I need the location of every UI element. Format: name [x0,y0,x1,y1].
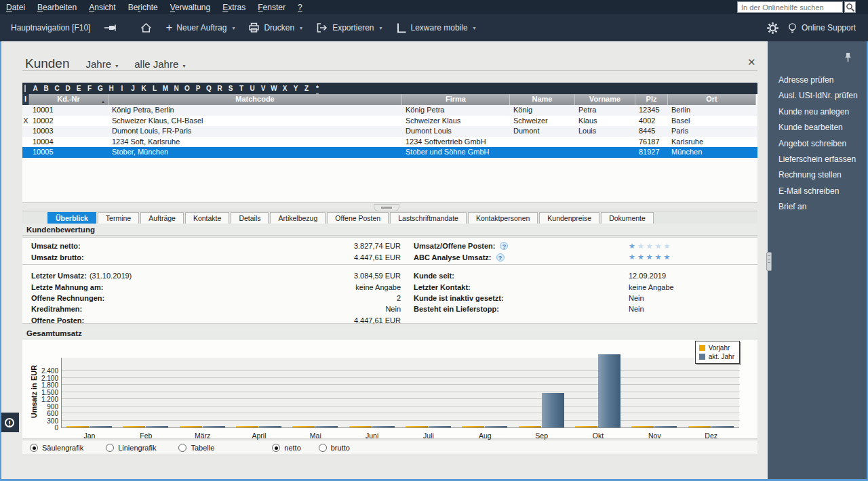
hauptnavigation-button[interactable]: Hauptnavigation [F10] [4,19,97,37]
table-row-10003[interactable]: 10003Dumont Louis, FR-ParisDumont LouisD… [22,126,757,137]
alphabet-letter-D[interactable]: D [62,85,73,92]
tab-lastschriftmandate[interactable]: Lastschriftmandate [390,212,467,224]
jahre-dropdown[interactable]: Jahre ▾ [86,58,119,70]
sidebar-action-ausl-ust-idnr-pr-fen[interactable]: Ausl. USt-IdNr. prüfen [768,88,867,104]
pin-sidebar-button[interactable] [844,52,852,63]
alphabet-letter-U[interactable]: U [247,85,258,92]
alle-jahre-dropdown[interactable]: alle Jahre ▾ [134,58,185,70]
radio-tabelle[interactable]: Tabelle [178,444,214,452]
tab-artikelbezug[interactable]: Artikelbezug [270,212,326,224]
sidebar-action-brief-an[interactable]: Brief an [768,199,867,215]
table-row-10002[interactable]: X10002Schweizer Klaus, CH-BaselSchweizer… [22,116,757,127]
sidebar-splitter-handle[interactable] [766,252,772,271]
tab-offene-posten[interactable]: Offene Posten [327,212,389,224]
cell-flag [22,105,29,116]
radio-liniengrafik[interactable]: Liniengrafik [106,444,156,452]
sidebar-action-lieferschein-erfassen[interactable]: Lieferschein erfassen [768,152,867,167]
alphabet-letter-E[interactable]: E [73,85,84,92]
neuer-auftrag-button[interactable]: + Neuer Auftrag▾ [159,19,241,37]
search-input[interactable] [737,1,843,13]
sidebar-action-e-mail-schreiben[interactable]: E-Mail schreiben [768,184,867,199]
home-button[interactable] [134,19,159,37]
tab-kontaktpersonen[interactable]: Kontaktpersonen [468,212,538,224]
column-header-i[interactable]: I [22,94,29,105]
pin-navigation-button[interactable] [97,19,124,37]
column-header-matchcode[interactable]: Matchcode [108,94,402,105]
radio-brutto[interactable]: brutto [319,444,350,452]
menu-extras[interactable]: Extras [216,3,252,12]
column-header-firma[interactable]: Firma [402,94,510,105]
notification-tab[interactable]: ! [0,413,19,432]
column-header-label: Matchcode [235,95,274,103]
online-support-button[interactable]: Online Support [786,19,857,37]
column-header-name[interactable]: Name [510,94,575,105]
alphabet-letter-X[interactable]: X [279,85,290,92]
alphabet-letter-N[interactable]: N [171,85,182,92]
column-header-plz[interactable]: Plz [635,94,668,105]
column-header-vorname[interactable]: Vorname [575,94,635,105]
lexware-mobile-button[interactable]: Lexware mobile▾ [389,19,483,37]
alphabet-letter-Q[interactable]: Q [203,85,214,92]
radio-s-ulengrafik[interactable]: Säulengrafik [30,444,83,452]
tab-dokumente[interactable]: Dokumente [601,212,654,224]
alphabet-letter-A[interactable]: A [30,85,41,92]
table-row-10001[interactable]: 10001König Petra, BerlinKönig PetraKönig… [22,105,757,116]
settings-button[interactable] [766,22,779,35]
splitter-collapse-handle[interactable] [374,204,399,211]
sidebar-action-kunde-neu-anlegen[interactable]: Kunde neu anlegen [768,104,867,120]
cell-matchcode: Schweizer Klaus, CH-Basel [108,116,402,127]
alphabet-letter-T[interactable]: T [236,85,247,92]
alphabet-letter-S[interactable]: S [225,85,236,92]
tab-details[interactable]: Details [231,212,269,224]
sidebar-action-rechnung-stellen[interactable]: Rechnung stellen [768,167,867,183]
alphabet-letter-J[interactable]: J [127,85,138,92]
alphabet-letter-G[interactable]: G [95,85,106,92]
gridline [62,370,740,371]
menu-berichte[interactable]: Berichte [122,3,164,12]
alphabet-letter-F[interactable]: F [84,85,95,92]
drucken-button[interactable]: Drucken▾ [241,19,309,37]
alphabet-letter-R[interactable]: R [214,85,225,92]
help-icon[interactable]: ? [496,253,505,262]
menu-datei[interactable]: Datei [0,3,31,12]
sidebar-action-adresse-pr-fen[interactable]: Adresse prüfen [768,72,867,88]
radio-dot [178,444,186,452]
tab-kundenpreise[interactable]: Kundenpreise [539,212,599,224]
alphabet-letter-K[interactable]: K [138,85,149,92]
alphabet-letter-W[interactable]: W [269,85,279,92]
alphabet-letter-Z[interactable]: Z [301,85,312,92]
exportieren-button[interactable]: Exportieren▾ [309,19,389,37]
alphabet-letter-H[interactable]: H [106,85,117,92]
alphabet-letter-O[interactable]: O [182,85,193,92]
sidebar-action-angebot-schreiben[interactable]: Angebot schreiben [768,136,867,152]
gesamtumsatz-chart: Umsatz in EUR Vorjahr akt. Jahr 2.4002.1… [22,339,757,439]
help-icon[interactable]: ? [500,242,508,250]
column-header-ort[interactable]: Ort [668,94,756,105]
menu-ansicht[interactable]: Ansicht [83,3,121,12]
sidebar-action-kunde-bearbeiten[interactable]: Kunde bearbeiten [768,120,867,135]
alphabet-letter-V[interactable]: V [258,85,269,92]
column-header-kd-nr[interactable]: Kd.-Nr▲ [29,94,108,105]
alphabet-letter-I[interactable]: I [117,85,127,92]
tab-auftr-ge[interactable]: Aufträge [140,212,184,224]
menu-verwaltung[interactable]: Verwaltung [164,3,216,12]
close-icon[interactable]: ✕ [747,56,756,68]
menu-help[interactable]: ? [292,3,309,12]
alphabet-letter-L[interactable]: L [149,85,160,92]
tab-kontakte[interactable]: Kontakte [185,212,229,224]
alphabet-letter-star[interactable]: * [312,85,323,92]
tab-termine[interactable]: Termine [98,212,139,224]
alphabet-letter-Y[interactable]: Y [290,85,301,92]
y-tick-label: 300 [28,417,58,425]
table-row-10005[interactable]: 10005Stober, MünchenStober und Söhne Gmb… [22,147,757,158]
alphabet-letter-C[interactable]: C [52,85,62,92]
alphabet-letter-B[interactable]: B [41,85,52,92]
menu-fenster[interactable]: Fenster [252,3,292,12]
tab-berblick[interactable]: Überblick [47,212,96,224]
search-button[interactable] [844,1,856,13]
alphabet-letter-P[interactable]: P [193,85,203,92]
radio-netto[interactable]: netto [272,444,300,452]
alphabet-letter-M[interactable]: M [160,85,171,92]
menu-bearbeiten[interactable]: Bearbeiten [31,3,83,12]
table-row-10004[interactable]: 100041234 Soft, Karlsruhe1234 Softvertri… [22,137,757,148]
